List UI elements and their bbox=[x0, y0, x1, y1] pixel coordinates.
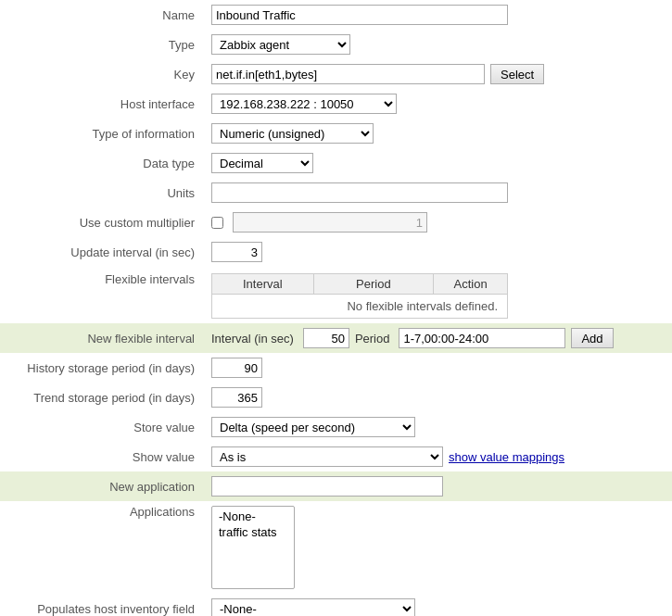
data-type-select[interactable]: DecimalOctalHexadecimalBoolean bbox=[211, 153, 313, 173]
update-interval-label: Update interval (in sec) bbox=[0, 237, 204, 267]
populates-select[interactable]: -None- bbox=[211, 598, 415, 616]
no-data-text: No flexible intervals defined. bbox=[212, 295, 508, 319]
col-period-header: Period bbox=[313, 274, 434, 295]
name-input[interactable] bbox=[211, 5, 508, 25]
flexible-intervals-label: Flexible intervals bbox=[0, 267, 204, 323]
applications-listbox[interactable]: -None- traffic stats bbox=[211, 506, 295, 589]
history-input[interactable] bbox=[211, 358, 262, 378]
multiplier-input[interactable] bbox=[233, 212, 427, 233]
units-input[interactable] bbox=[211, 182, 508, 203]
populates-label: Populates host inventory field bbox=[0, 594, 204, 616]
select-button[interactable]: Select bbox=[490, 64, 544, 84]
key-input[interactable] bbox=[211, 64, 485, 84]
key-label: Key bbox=[0, 59, 204, 89]
name-label: Name bbox=[0, 0, 204, 30]
col-interval-header: Interval bbox=[212, 274, 314, 295]
new-application-input[interactable] bbox=[211, 476, 443, 497]
app-option-traffic-stats[interactable]: traffic stats bbox=[216, 524, 290, 540]
interval-in-sec-label: Interval (in sec) bbox=[211, 332, 294, 346]
update-interval-input[interactable] bbox=[211, 242, 262, 262]
new-flexible-label: New flexible interval bbox=[0, 323, 204, 353]
units-label: Units bbox=[0, 178, 204, 207]
new-application-label: New application bbox=[0, 471, 204, 501]
type-label: Type bbox=[0, 30, 204, 59]
type-of-info-select[interactable]: Numeric (unsigned)Numeric (float)Charact… bbox=[211, 123, 374, 144]
period-label: Period bbox=[355, 332, 390, 346]
show-value-select[interactable]: As isCustom bbox=[211, 446, 443, 467]
store-value-select[interactable]: As isDelta (speed per second)Delta (simp… bbox=[211, 417, 415, 437]
store-value-label: Store value bbox=[0, 412, 204, 442]
data-type-label: Data type bbox=[0, 148, 204, 178]
custom-multiplier-checkbox[interactable] bbox=[211, 217, 223, 229]
host-interface-label: Host interface bbox=[0, 89, 204, 119]
trend-input[interactable] bbox=[211, 387, 262, 408]
trend-label: Trend storage period (in days) bbox=[0, 383, 204, 412]
col-action-header: Action bbox=[434, 274, 508, 295]
applications-label: Applications bbox=[0, 501, 204, 594]
new-flexible-period-input[interactable] bbox=[399, 328, 565, 348]
app-option-none[interactable]: -None- bbox=[216, 509, 290, 524]
type-select[interactable]: Zabbix agentZabbix agent (active)Simple … bbox=[211, 34, 350, 55]
show-value-mappings-link[interactable]: show value mappings bbox=[449, 450, 564, 464]
history-label: History storage period (in days) bbox=[0, 353, 204, 383]
new-flexible-interval-input[interactable] bbox=[303, 328, 349, 348]
flexible-intervals-table: Interval Period Action No flexible inter… bbox=[211, 273, 508, 319]
add-flexible-button[interactable]: Add bbox=[571, 328, 613, 348]
type-of-info-label: Type of information bbox=[0, 119, 204, 148]
host-interface-select[interactable]: 192.168.238.222 : 10050 bbox=[211, 94, 397, 114]
show-value-label: Show value bbox=[0, 442, 204, 471]
use-custom-multiplier-label: Use custom multiplier bbox=[0, 207, 204, 237]
